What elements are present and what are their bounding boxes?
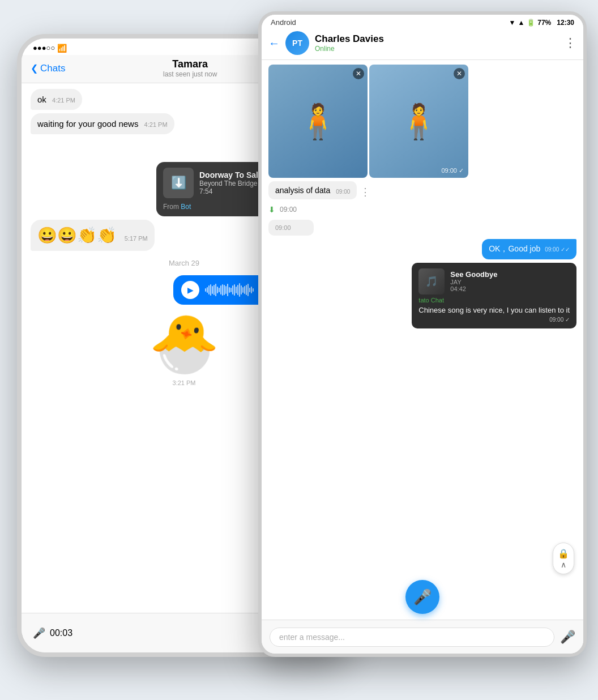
good-job-row: OK，Good job 09:00 ✓✓ [268,239,576,259]
waveform-bar [215,284,216,296]
good-job-bubble: OK，Good job 09:00 ✓✓ [482,239,576,259]
android-message-input[interactable]: enter a message... [270,628,554,647]
message-text: analysis of data [275,186,330,195]
waveform-bar [222,284,223,296]
waveform-bar [207,287,208,293]
android-input-bar: enter a message... 🎤 [262,620,583,654]
message-text: ok [37,95,46,104]
waveform-bar [242,287,244,293]
waveform-bar [237,285,238,295]
message-time: 09:00 ✓✓ [545,246,570,254]
photo-close-button[interactable]: ✕ [454,68,465,79]
download-row: ⬇ 09:00 [268,203,576,216]
android-more-button[interactable]: ⋮ [564,36,576,50]
android-mic-button[interactable]: 🎤 [560,630,575,644]
waveform-bar [212,286,213,294]
photo-person-icon: 🧍 [398,101,440,142]
waveform-bar [253,288,254,292]
sticker-time: 3:21 PM [149,379,220,386]
android-nav-bar: ← PT Charles Davies Online ⋮ [262,28,583,60]
ios-nav-center: Tamara last seen just now [163,58,217,78]
record-indicator: 🎤 00:03 [33,627,72,639]
sticker-container: 🐣 3:21 PM [149,310,220,386]
text-bubble-plain: 09:00 [268,220,314,236]
waveform-bar [232,285,233,294]
waveform-bar [246,285,247,295]
photo-item[interactable]: 🧍 ✕ 09:00 ✓ [369,65,468,178]
photo-person-icon: 🧍 [297,101,339,142]
ios-status-left: ●●●○○ 📶 [33,44,67,53]
android-avatar: PT [285,31,309,55]
waveform-bar [210,284,211,296]
android-nav-info: Charles Davies Online [315,33,558,53]
text-bubble-left: analysis of data 09:00 [268,181,357,199]
ios-chat-status: last seen just now [163,70,217,78]
photo-item[interactable]: 🧍 ✕ [268,65,368,178]
android-music-title: See Goodbye [450,270,497,279]
message-time: 09:00 [275,224,291,231]
waveform-bar [230,288,232,292]
battery-percent: 77% [537,19,551,27]
ios-back-button[interactable]: ❮ Chats [31,63,65,74]
signal-icon: ▲ [518,19,524,27]
photo-grid-row: 🧍 ✕ 🧍 ✕ 09:00 ✓ [268,65,576,178]
waveform-bar [244,286,245,294]
android-contact-name: Charles Davies [315,33,558,45]
scroll-down-icon: ∧ [561,560,566,569]
waveform-bar [229,287,230,293]
android-music-duration: 04:42 [450,285,497,292]
android-contact-status: Online [315,45,558,53]
message-time: 4:21 PM [52,97,75,104]
mic-fab-button[interactable]: 🎤 [405,580,439,614]
android-music-message-text: Chinese song is very nice, I you can lis… [418,306,570,314]
android-music-inner: 🎵 See Goodbye JAY 04:42 [418,268,570,294]
android-messages: 🧍 ✕ 🧍 ✕ 09:00 ✓ analysis of data 09:00 ⋮… [262,60,583,586]
signal-dots: ●●●○○ [33,44,55,52]
waveform-bar [227,284,228,296]
message-bubble-left: ok 4:21 PM [31,89,82,110]
music-from-label: From Bot [163,203,191,211]
download-time: 09:00 [280,206,297,214]
message-text: OK，Good job [489,244,540,253]
waveform-bar [241,285,242,294]
message-time: 5:17 PM [125,235,148,242]
message-options-icon[interactable]: ⋮ [360,186,370,198]
waveform-bar [224,285,225,295]
waveform-bar [219,288,220,292]
text-with-options-row: analysis of data 09:00 ⋮ [268,181,576,199]
android-music-info: See Goodbye JAY 04:42 [450,270,497,292]
back-label[interactable]: Chats [40,63,65,74]
android-music-bubble: 🎵 See Goodbye JAY 04:42 tato Chat Chines… [412,263,576,328]
message-time: 4:21 PM [144,121,168,128]
download-icon: ⬇ [268,205,275,214]
waveform-bar [220,285,221,294]
waveform-bar [225,286,227,294]
waveform-bar [217,287,218,293]
ios-chat-name: Tamara [163,58,217,70]
waveform-bar [213,285,215,295]
mic-fab-icon: 🎤 [413,588,432,606]
wifi-icon: ▼ [509,19,515,27]
waveform-bar [236,287,237,293]
photo-time: 09:00 ✓ [441,167,464,174]
waveform-bar [239,283,240,297]
android-music-thumb: 🎵 [418,268,445,294]
lock-icon: 🔒 [558,548,569,559]
waveform-bar [205,288,206,292]
android-back-button[interactable]: ← [268,37,280,50]
android-time: 12:30 [557,19,574,27]
record-time: 00:03 [50,628,72,638]
music-thumbnail: ⬇️ [163,168,194,198]
voice-play-button[interactable]: ▶ [181,281,199,299]
waveform-bar [234,284,235,296]
android-status-bar: Android ▼ ▲ 🔋 77% 12:30 [262,15,583,28]
android-status-label: Android [271,18,296,27]
waveform-bar [249,288,250,292]
avatar-initials: PT [292,39,302,48]
record-mic-icon: 🎤 [33,627,45,639]
battery-icon: 🔋 [527,19,535,27]
android-chat-label: tato Chat [418,297,570,304]
android-music-time: 09:00 ✓ [418,317,570,323]
scroll-lock-widget[interactable]: 🔒 ∧ [553,543,574,574]
photo-close-button[interactable]: ✕ [353,68,364,79]
